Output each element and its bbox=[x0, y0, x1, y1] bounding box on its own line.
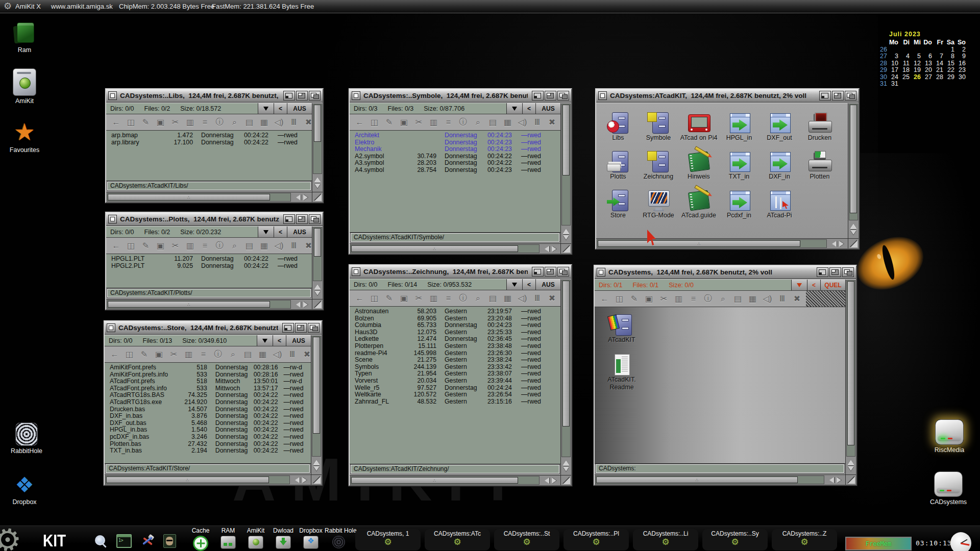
toolbar-delete-icon[interactable]: ✖ bbox=[545, 117, 559, 127]
file-row[interactable]: pcDXF_in.bas3.246Donnerstag00:24:22—rwed bbox=[110, 434, 311, 441]
path-field[interactable]: CADsystems:ATcadKIT/Symbole/ bbox=[351, 233, 559, 242]
scroll-left-button[interactable] bbox=[540, 475, 550, 485]
file-row[interactable]: Symbols244.139Gestern23:33:42—rwed bbox=[355, 364, 560, 371]
path-field[interactable]: CADsystems: bbox=[596, 464, 844, 473]
toolbar-copy-icon[interactable]: ▣ bbox=[153, 117, 168, 127]
icon-atcad-guide[interactable]: ATcad.guide bbox=[679, 190, 719, 219]
scroll-up-button[interactable] bbox=[846, 457, 856, 466]
scroll-up-button[interactable] bbox=[311, 457, 322, 466]
resize-handle[interactable] bbox=[560, 475, 571, 485]
mode-gadget[interactable]: QUEL bbox=[820, 280, 845, 290]
file-row[interactable]: A3.symbol28.203Donnerstag00:24:22—rwed bbox=[355, 160, 560, 167]
icon-store[interactable]: Store bbox=[598, 190, 638, 219]
toolbar-sound-icon[interactable]: ◁) bbox=[272, 241, 286, 251]
toolbar-details-icon[interactable]: ▤ bbox=[485, 293, 500, 303]
search-tray-icon[interactable] bbox=[95, 535, 107, 547]
vscroll-track[interactable] bbox=[846, 280, 855, 457]
vscroll-thumb[interactable] bbox=[313, 337, 320, 434]
menu-app-title[interactable]: AmiKit X bbox=[15, 3, 41, 10]
icon-zeichnung[interactable]: Zeichnung bbox=[639, 151, 678, 180]
toolbar-menu-icon[interactable]: ≡ bbox=[198, 118, 212, 127]
window-close-gadget[interactable] bbox=[108, 215, 117, 223]
parent-dir-gadget[interactable]: < bbox=[273, 335, 286, 346]
toolbar-grid-view-icon[interactable]: ▦ bbox=[257, 241, 272, 251]
desktop-icon-riscmedia[interactable]: RiscMedia bbox=[928, 419, 971, 454]
directory-row[interactable]: MechanikDonnerstag00:24:23—rwed bbox=[355, 146, 560, 153]
file-row[interactable]: arp.bmap1.472Donnerstag00:24:22—rwed bbox=[111, 132, 312, 139]
parent-dir-gadget[interactable]: < bbox=[522, 103, 535, 114]
icon-plotts[interactable]: Plotts bbox=[598, 151, 638, 180]
window-iconify-gadget[interactable] bbox=[819, 91, 831, 101]
toolbar-grid-view-icon[interactable]: ▦ bbox=[745, 294, 760, 304]
dock-item-rabbit-hole[interactable]: Rabbit Hole bbox=[325, 527, 352, 551]
toolbar-info-icon[interactable]: ⓘ bbox=[456, 293, 471, 304]
scroll-right-button[interactable] bbox=[550, 475, 560, 485]
toolbar-search-icon[interactable]: ⌕ bbox=[227, 241, 242, 251]
window-depth-gadget[interactable] bbox=[308, 323, 320, 333]
taskbar-window-button[interactable]: CADsystems:..St⚙ bbox=[494, 529, 559, 550]
toolbar-sound-icon[interactable]: ◁) bbox=[272, 117, 286, 127]
hscroll-thumb[interactable] bbox=[108, 194, 270, 201]
toolbar-rename-icon[interactable]: ✎ bbox=[138, 117, 153, 127]
file-row[interactable]: DXF_in.bas3.876Donnerstag00:24:22—rwed bbox=[110, 413, 311, 420]
toolbar-paste-icon[interactable]: ▥ bbox=[181, 349, 196, 359]
toolbar-back-icon[interactable]: ← bbox=[352, 118, 367, 127]
taskbar-window-button[interactable]: CADsystems:..Li⚙ bbox=[633, 529, 698, 550]
scroll-right-button[interactable] bbox=[550, 244, 560, 254]
file-row[interactable]: HPGL1.PLT11.207Donnerstag00:24:22—rwed bbox=[111, 256, 312, 263]
toolbar-grid-view-icon[interactable]: ▦ bbox=[255, 349, 270, 359]
file-row[interactable]: Drucken.bas14.507Donnerstag00:24:22—rwed bbox=[110, 406, 311, 413]
taskbar-window-button[interactable]: CADsystems:..Z⚙ bbox=[772, 529, 837, 550]
window-close-gadget[interactable] bbox=[598, 91, 607, 100]
resize-handle[interactable] bbox=[848, 239, 859, 248]
dock-item-amikit[interactable]: AmiKit bbox=[242, 527, 270, 551]
scroll-right-button[interactable] bbox=[301, 475, 311, 485]
toolbar-trash-icon[interactable]: Ⅲ bbox=[286, 117, 301, 127]
toolbar-cut-icon[interactable]: ✂ bbox=[656, 294, 671, 304]
desktop-icon-rabbithole[interactable]: RabbitHole bbox=[5, 422, 48, 455]
icon-libs[interactable]: Libs bbox=[598, 112, 638, 141]
toolbar-dual-pane-icon[interactable]: ◫ bbox=[612, 294, 627, 304]
toolbar-paste-icon[interactable]: ▥ bbox=[426, 293, 441, 303]
toolbar-paste-icon[interactable]: ▥ bbox=[183, 117, 198, 127]
icon-atcad-on-pi4[interactable]: ATcad on Pi4 bbox=[679, 112, 719, 141]
file-row[interactable]: Zahnrad_FL48.532Gestern23:15:16—rwed bbox=[355, 398, 560, 406]
workbench-gear-icon[interactable]: ⚙ bbox=[4, 1, 12, 12]
scroll-down-button[interactable] bbox=[311, 466, 322, 474]
desktop-icon-ram[interactable]: Ram bbox=[3, 21, 46, 54]
resize-handle[interactable] bbox=[845, 475, 856, 485]
toolbar-info-icon[interactable]: ⓘ bbox=[212, 240, 227, 251]
window-titlebar[interactable]: CADsystems, 124,4M frei, 2.687K benutzt,… bbox=[595, 266, 856, 279]
file-row[interactable]: Plotterpen15.111Gestern23:38:48—rwed bbox=[355, 343, 560, 350]
shell-tray-icon[interactable] bbox=[116, 534, 132, 548]
window-zoom-gadget[interactable] bbox=[295, 323, 307, 333]
toolbar-details-icon[interactable]: ▤ bbox=[242, 117, 257, 127]
window-titlebar[interactable]: CADsystems:..Zeichnung, 124,4M frei, 2.6… bbox=[350, 265, 571, 279]
toolbar-sound-icon[interactable]: ◁) bbox=[270, 349, 285, 359]
toolbar-search-icon[interactable]: ⌕ bbox=[226, 350, 240, 359]
file-row[interactable]: HPGL2.PLT9.025Donnerstag00:24:22—rwed bbox=[111, 263, 312, 270]
toolbar-back-icon[interactable]: ← bbox=[109, 241, 124, 251]
window-iconify-gadget[interactable] bbox=[817, 267, 828, 277]
hscroll-thumb[interactable] bbox=[108, 301, 270, 308]
scroll-down-button[interactable] bbox=[561, 466, 571, 475]
icon-dxf-in[interactable]: DXF_in bbox=[760, 151, 799, 180]
toolbar-trash-icon[interactable]: Ⅲ bbox=[530, 293, 545, 303]
vscroll-track[interactable] bbox=[313, 104, 322, 174]
file-row[interactable]: A4.symbol28.754Donnerstag00:24:23—rwed bbox=[355, 167, 560, 174]
scroll-right-button[interactable] bbox=[302, 192, 312, 202]
window-titlebar[interactable]: CADsystems:..Plotts, 124,4M frei, 2.687K… bbox=[106, 213, 323, 226]
mode-gadget[interactable]: AUS bbox=[286, 335, 311, 346]
file-row[interactable]: AmiKitFont.prefs.info533Donnerstag00:28:… bbox=[110, 371, 311, 379]
file-row[interactable]: Ledkette12.474Donnerstag02:36:45—rwed bbox=[355, 336, 560, 343]
window-depth-gadget[interactable] bbox=[309, 91, 321, 101]
toolbar-info-icon[interactable]: ⓘ bbox=[701, 293, 716, 304]
toolbar-search-icon[interactable]: ⌕ bbox=[227, 118, 242, 127]
scroll-left-button[interactable] bbox=[290, 475, 301, 485]
window-iconify-gadget[interactable] bbox=[532, 267, 544, 277]
vscroll-thumb[interactable] bbox=[847, 281, 854, 445]
vscroll-track[interactable] bbox=[312, 336, 321, 457]
hscroll-track[interactable] bbox=[597, 239, 827, 248]
window-depth-gadget[interactable] bbox=[842, 267, 854, 277]
window-depth-gadget[interactable] bbox=[309, 214, 321, 224]
